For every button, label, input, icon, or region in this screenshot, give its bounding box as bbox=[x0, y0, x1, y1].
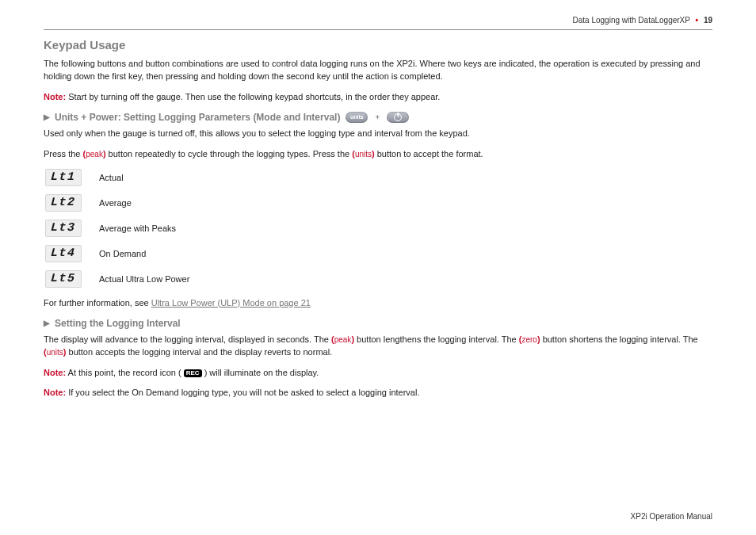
text-fragment: button repeatedly to cycle through the l… bbox=[106, 149, 353, 159]
header-rule bbox=[44, 29, 712, 30]
table-row: Lt5 Actual Ultra Low Power bbox=[45, 270, 712, 288]
note-1-body: Start by turning off the gauge. Then use… bbox=[68, 92, 440, 101]
footer-text: XP2i Operation Manual bbox=[631, 512, 712, 521]
section-title: Keypad Usage bbox=[44, 38, 712, 52]
lcd-code: Lt1 bbox=[51, 170, 76, 184]
text-fragment: At this point, the record icon ( bbox=[68, 368, 184, 377]
text-fragment: For further information, see bbox=[44, 298, 151, 308]
units-key-icon: units bbox=[346, 112, 368, 123]
running-title: Data Logging with DataLoggerXP bbox=[573, 16, 690, 25]
page-number: 19 bbox=[704, 16, 712, 25]
subhead-logging-interval: ▶ Setting the Logging Interval bbox=[44, 318, 712, 329]
text-fragment: button accepts the logging interval and … bbox=[66, 347, 332, 357]
lcd-code: Lt3 bbox=[51, 221, 76, 235]
lcd-label: Average with Peaks bbox=[99, 224, 176, 233]
subhead-2-title: Setting the Logging Interval bbox=[55, 318, 181, 329]
lcd-cell: Lt5 bbox=[45, 270, 82, 288]
note-3-body: If you select the On Demand logging type… bbox=[68, 388, 419, 397]
text-fragment: The display will advance to the logging … bbox=[44, 334, 331, 344]
subhead-units-power: ▶ Units + Power: Setting Logging Paramet… bbox=[44, 112, 712, 123]
text-fragment: Press the bbox=[44, 149, 83, 159]
lcd-label: Actual Ultra Low Power bbox=[99, 274, 189, 284]
intro-paragraph: The following buttons and button combina… bbox=[44, 58, 712, 83]
table-row: Lt2 Average bbox=[45, 194, 712, 212]
sub2-body: The display will advance to the logging … bbox=[44, 334, 712, 359]
running-header: Data Logging with DataLoggerXP • 19 bbox=[44, 16, 712, 25]
units-key-label: units bbox=[350, 114, 364, 120]
rec-icon: REC bbox=[184, 369, 202, 377]
note-label: Note: bbox=[44, 368, 66, 377]
lcd-code: Lt2 bbox=[51, 196, 76, 209]
sub1-desc: Used only when the gauge is turned off, … bbox=[44, 128, 712, 140]
units-keyword: units bbox=[355, 150, 372, 159]
note-label: Note: bbox=[44, 92, 66, 101]
triangle-icon: ▶ bbox=[44, 113, 50, 121]
sub1-press-line: Press the (peak) button repeatedly to cy… bbox=[44, 148, 712, 161]
lcd-cell: Lt2 bbox=[45, 194, 82, 212]
lcd-code: Lt5 bbox=[51, 272, 76, 285]
ulp-link[interactable]: Ultra Low Power (ULP) Mode on page 21 bbox=[151, 298, 311, 308]
power-key-icon bbox=[387, 112, 409, 123]
page-body: Data Logging with DataLoggerXP • 19 Keyp… bbox=[0, 0, 756, 399]
lcd-label: Average bbox=[99, 198, 132, 208]
lcd-cell: Lt3 bbox=[45, 220, 82, 237]
peak-keyword: peak bbox=[86, 150, 103, 159]
text-fragment: button shortens the logging interval. Th… bbox=[540, 334, 698, 344]
plus-icon: + bbox=[373, 113, 381, 121]
note-label: Note: bbox=[44, 388, 66, 397]
lcd-code-table: Lt1 Actual Lt2 Average Lt3 Average with … bbox=[45, 169, 712, 288]
table-row: Lt4 On Demand bbox=[45, 245, 712, 262]
triangle-icon: ▶ bbox=[44, 319, 50, 327]
units-keyword: units bbox=[47, 348, 63, 357]
note-1: Note: Start by turning off the gauge. Th… bbox=[44, 91, 712, 104]
lcd-label: Actual bbox=[99, 173, 124, 182]
text-fragment: ) will illuminate on the display. bbox=[202, 368, 319, 377]
lcd-cell: Lt1 bbox=[45, 169, 82, 186]
header-bullet: • bbox=[696, 16, 699, 25]
zero-keyword: zero bbox=[521, 335, 536, 344]
peak-keyword: peak bbox=[334, 335, 352, 344]
note-2: Note: At this point, the record icon ( R… bbox=[44, 367, 712, 380]
text-fragment: button to accept the format. bbox=[375, 149, 483, 159]
lcd-label: On Demand bbox=[99, 249, 146, 258]
lcd-code: Lt4 bbox=[51, 246, 76, 260]
lcd-cell: Lt4 bbox=[45, 245, 82, 262]
further-info: For further information, see Ultra Low P… bbox=[44, 297, 712, 310]
note-3: Note: If you select the On Demand loggin… bbox=[44, 387, 712, 399]
subhead-1-title: Units + Power: Setting Logging Parameter… bbox=[55, 112, 340, 123]
table-row: Lt1 Actual bbox=[45, 169, 712, 186]
text-fragment: button lengthens the logging interval. T… bbox=[354, 334, 519, 344]
table-row: Lt3 Average with Peaks bbox=[45, 220, 712, 237]
